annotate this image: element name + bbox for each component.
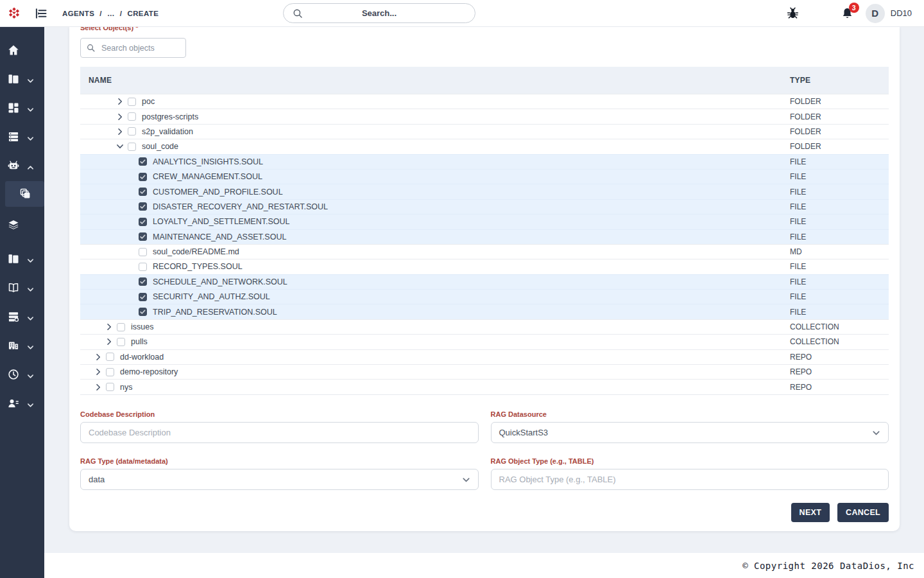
- sidebar-item-datasources[interactable]: [0, 122, 44, 151]
- table-row[interactable]: ANALYTICS_INSIGHTS.SOULFILE: [80, 154, 889, 169]
- table-row[interactable]: pocFOLDER: [80, 94, 889, 109]
- row-name: MAINTENANCE_AND_ASSET.SOUL: [153, 232, 790, 241]
- sidebar-item-organization[interactable]: [0, 331, 44, 360]
- sidebar-item-workspaces[interactable]: [0, 244, 44, 273]
- row-name: CUSTOMER_AND_PROFILE.SOUL: [153, 188, 790, 197]
- chevron-right-icon[interactable]: [94, 367, 103, 376]
- sidebar-item-home[interactable]: [0, 35, 44, 64]
- book-open-icon: [7, 281, 20, 294]
- row-checkbox[interactable]: [139, 248, 147, 256]
- row-checkbox[interactable]: [128, 143, 136, 151]
- table-row[interactable]: SCHEDULE_AND_NETWORK.SOULFILE: [80, 274, 889, 289]
- object-search-input[interactable]: [100, 43, 180, 53]
- next-button[interactable]: NEXT: [791, 503, 830, 522]
- row-type: REPO: [790, 367, 889, 376]
- row-name: demo-repository: [120, 367, 790, 376]
- table-row[interactable]: postgres-scriptsFOLDER: [80, 109, 889, 123]
- main-content: Select Object(s)* NAME TYPE pocFOLDERpos…: [44, 27, 924, 578]
- table-row[interactable]: RECORD_TYPES.SOULFILE: [80, 259, 889, 274]
- rag-datasource-select[interactable]: QuickStartS3: [491, 422, 889, 443]
- table-row[interactable]: TRIP_AND_RESERVATION.SOULFILE: [80, 304, 889, 319]
- table-row[interactable]: CUSTOMER_AND_PROFILE.SOULFILE: [80, 184, 889, 198]
- rag-datasource-label: RAG Datasource: [491, 410, 889, 418]
- chevron-down-icon[interactable]: [116, 142, 124, 151]
- chevron-right-icon[interactable]: [116, 127, 124, 136]
- row-checkbox-checked[interactable]: [139, 157, 147, 166]
- rag-type-select[interactable]: data: [80, 469, 479, 490]
- database-check-icon: [7, 310, 20, 323]
- global-search[interactable]: [283, 3, 475, 23]
- chevron-right-icon[interactable]: [94, 353, 103, 362]
- row-checkbox-checked[interactable]: [139, 188, 147, 196]
- breadcrumb-separator: /: [120, 10, 123, 17]
- sidebar-item-data-services[interactable]: [0, 302, 44, 331]
- sidebar-item-agents[interactable]: [0, 151, 44, 180]
- debug-bug-icon[interactable]: [786, 6, 800, 20]
- sidebar-item-layers[interactable]: [0, 210, 44, 239]
- row-checkbox[interactable]: [117, 338, 125, 346]
- table-row[interactable]: DISASTER_RECOVERY_AND_RESTART.SOULFILE: [80, 199, 889, 214]
- codebase-description-input[interactable]: [80, 422, 479, 443]
- sidebar-item-dashboards[interactable]: [0, 93, 44, 122]
- username[interactable]: DD10: [891, 8, 912, 18]
- chevron-right-icon[interactable]: [116, 97, 124, 106]
- table-row[interactable]: s2p_validationFOLDER: [80, 124, 889, 139]
- search-icon: [292, 8, 304, 19]
- row-name: soul_code: [142, 142, 790, 151]
- sidebar-item-projects[interactable]: [0, 64, 44, 93]
- notification-badge: 3: [849, 3, 859, 13]
- row-checkbox-checked[interactable]: [139, 218, 147, 226]
- chevron-down-icon: [27, 133, 34, 140]
- table-header: NAME TYPE: [80, 67, 889, 94]
- row-checkbox[interactable]: [106, 368, 114, 376]
- sidebar-item-agent-codebases[interactable]: [5, 181, 44, 207]
- table-row[interactable]: demo-repositoryREPO: [80, 364, 889, 379]
- row-checkbox-checked[interactable]: [139, 202, 147, 211]
- table-row[interactable]: dd-workloadREPO: [80, 349, 889, 364]
- table-row[interactable]: soul_code/README.mdMD: [80, 244, 889, 259]
- global-search-input[interactable]: [284, 4, 475, 22]
- table-row[interactable]: LOYALTY_AND_SETTLEMENT.SOULFILE: [80, 214, 889, 229]
- row-checkbox[interactable]: [106, 353, 114, 361]
- chevron-right-icon[interactable]: [105, 322, 114, 331]
- chevron-right-icon[interactable]: [94, 383, 103, 392]
- table-row[interactable]: soul_codeFOLDER: [80, 139, 889, 153]
- row-checkbox-checked[interactable]: [139, 308, 147, 316]
- notifications-bell-icon[interactable]: 3: [841, 6, 854, 21]
- sidebar-item-catalog[interactable]: [0, 273, 44, 302]
- row-type: FOLDER: [790, 127, 889, 136]
- sidebar-item-users[interactable]: [0, 389, 44, 417]
- sidebar-toggle-icon[interactable]: [35, 7, 47, 20]
- table-row[interactable]: pullsCOLLECTION: [80, 334, 889, 349]
- row-checkbox[interactable]: [128, 127, 136, 136]
- rag-object-type-input[interactable]: [491, 469, 889, 490]
- table-row[interactable]: nysREPO: [80, 379, 889, 394]
- row-checkbox[interactable]: [128, 112, 136, 121]
- row-checkbox[interactable]: [128, 98, 136, 106]
- object-search[interactable]: [80, 38, 186, 58]
- chevron-right-icon[interactable]: [105, 337, 114, 346]
- table-row[interactable]: MAINTENANCE_AND_ASSET.SOULFILE: [80, 229, 889, 244]
- search-icon: [86, 43, 96, 53]
- table-row[interactable]: SECURITY_AND_AUTHZ.SOULFILE: [80, 289, 889, 304]
- row-checkbox-checked[interactable]: [139, 277, 147, 286]
- table-row[interactable]: CREW_MANAGEMENT.SOULFILE: [80, 169, 889, 184]
- table-row[interactable]: issuesCOLLECTION: [80, 319, 889, 334]
- breadcrumb-ellipsis[interactable]: …: [107, 10, 115, 17]
- breadcrumb-create[interactable]: CREATE: [127, 10, 158, 17]
- chevron-down-icon: [27, 255, 34, 262]
- cancel-button[interactable]: CANCEL: [837, 503, 889, 522]
- row-checkbox-checked[interactable]: [139, 173, 147, 181]
- building-icon: [7, 339, 20, 352]
- avatar[interactable]: D: [866, 4, 885, 23]
- row-type: FOLDER: [790, 112, 889, 121]
- row-checkbox-checked[interactable]: [139, 232, 147, 241]
- row-type: REPO: [790, 383, 889, 392]
- row-checkbox[interactable]: [117, 323, 125, 331]
- breadcrumb-agents[interactable]: AGENTS: [62, 10, 94, 17]
- row-checkbox[interactable]: [139, 263, 147, 271]
- row-checkbox[interactable]: [106, 383, 114, 391]
- sidebar-item-history[interactable]: [0, 360, 44, 389]
- row-checkbox-checked[interactable]: [139, 293, 147, 301]
- chevron-right-icon[interactable]: [116, 112, 124, 121]
